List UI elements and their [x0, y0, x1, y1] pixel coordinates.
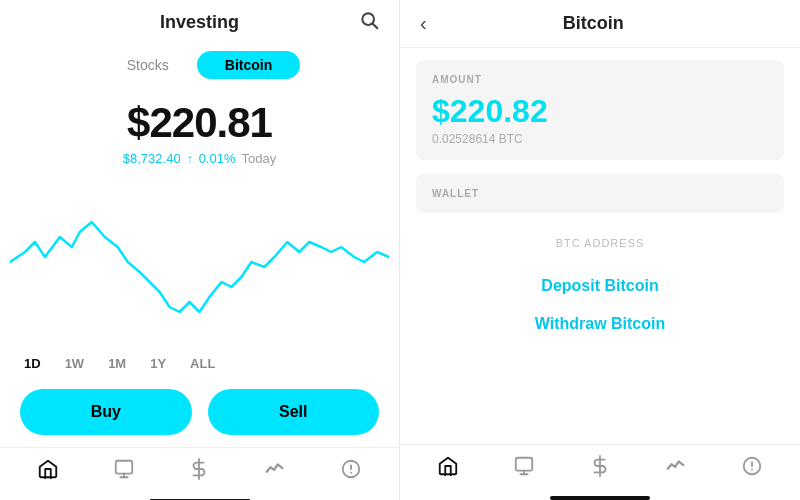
today-label: Today — [242, 151, 277, 166]
right-nav-chart-icon[interactable] — [665, 455, 687, 482]
nav-home-icon[interactable] — [37, 458, 59, 485]
sub-value: $8,732.40 — [123, 151, 181, 166]
amount-label: AMOUNT — [432, 74, 768, 85]
search-icon[interactable] — [359, 10, 379, 35]
sell-button[interactable]: Sell — [208, 389, 380, 435]
investing-title: Investing — [160, 12, 239, 33]
change-arrow: ↑ — [187, 152, 193, 166]
chart-area — [0, 172, 399, 346]
amount-box: AMOUNT $220.82 0.02528614 BTC — [416, 60, 784, 160]
right-nav-notification-icon[interactable] — [741, 455, 763, 482]
tabs-row: Stocks Bitcoin — [0, 45, 399, 89]
time-1w[interactable]: 1W — [61, 354, 89, 373]
time-all[interactable]: ALL — [186, 354, 219, 373]
left-panel: Investing Stocks Bitcoin $220.81 $8,732.… — [0, 0, 400, 500]
time-1y[interactable]: 1Y — [146, 354, 170, 373]
wallet-label: WALLET — [432, 188, 768, 199]
bottom-indicator-right — [550, 496, 650, 500]
wallet-box: WALLET — [416, 174, 784, 213]
tab-bitcoin[interactable]: Bitcoin — [197, 51, 300, 79]
bitcoin-title: Bitcoin — [443, 13, 744, 34]
svg-rect-9 — [516, 458, 533, 471]
btc-address-section: BTC ADDRESS — [416, 227, 784, 259]
deposit-bitcoin-button[interactable]: Deposit Bitcoin — [400, 267, 800, 305]
right-header: ‹ Bitcoin — [400, 0, 800, 48]
right-nav-dollar-icon[interactable] — [589, 455, 611, 482]
right-nav-play-icon[interactable] — [513, 455, 535, 482]
left-header: Investing — [0, 0, 399, 45]
amount-value: $220.82 — [432, 93, 768, 130]
svg-rect-2 — [115, 461, 132, 474]
buy-button[interactable]: Buy — [20, 389, 192, 435]
nav-play-icon[interactable] — [113, 458, 135, 485]
time-1d[interactable]: 1D — [20, 354, 45, 373]
btc-address-label: BTC ADDRESS — [432, 237, 768, 249]
main-price: $220.81 — [20, 99, 379, 147]
nav-dollar-icon[interactable] — [188, 458, 210, 485]
right-nav-home-icon[interactable] — [437, 455, 459, 482]
amount-btc: 0.02528614 BTC — [432, 132, 768, 146]
right-panel: ‹ Bitcoin AMOUNT $220.82 0.02528614 BTC … — [400, 0, 800, 500]
change-pct: 0.01% — [199, 151, 236, 166]
tab-stocks[interactable]: Stocks — [99, 51, 197, 79]
withdraw-bitcoin-button[interactable]: Withdraw Bitcoin — [400, 305, 800, 343]
left-bottom-nav — [0, 447, 399, 499]
back-button[interactable]: ‹ — [420, 12, 427, 35]
action-buttons: Buy Sell — [0, 381, 399, 447]
price-sub: $8,732.40 ↑ 0.01% Today — [20, 151, 379, 166]
price-chart — [10, 182, 389, 342]
time-range: 1D 1W 1M 1Y ALL — [0, 346, 399, 381]
svg-line-1 — [373, 24, 378, 29]
right-bottom-nav — [400, 444, 800, 496]
nav-notification-icon[interactable] — [340, 458, 362, 485]
time-1m[interactable]: 1M — [104, 354, 130, 373]
price-section: $220.81 $8,732.40 ↑ 0.01% Today — [0, 89, 399, 172]
nav-chart-icon[interactable] — [264, 458, 286, 485]
